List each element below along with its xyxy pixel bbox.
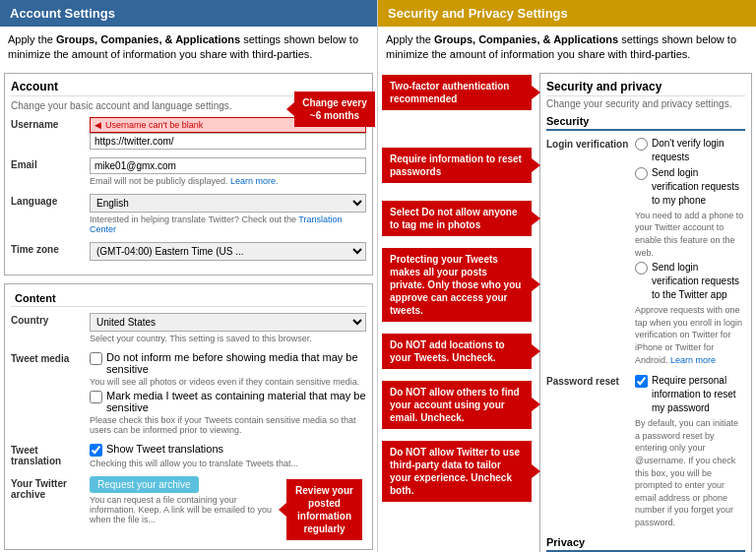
sp-box-subtitle: Change your security and privacy setting… <box>546 98 745 109</box>
request-archive-button[interactable]: Request your archive <box>90 476 199 493</box>
callout-review-text: Review your posted information regularly <box>295 485 353 534</box>
login-learn-more[interactable]: Learn more <box>670 355 716 365</box>
password-reset-cb-label: Require personal information to reset my… <box>652 374 745 415</box>
login-radio2-label: Send login verification requests to my p… <box>652 166 745 208</box>
callout-change-text: Change every ~6 months <box>302 97 367 121</box>
tweet-media-label: Tweet media <box>11 351 90 364</box>
tweet-translation-helper: Checking this will allow you to translat… <box>90 459 366 468</box>
callout-change-every: Change every ~6 months <box>294 92 375 127</box>
password-reset-helper: By default, you can initiate a password … <box>635 417 745 528</box>
translation-center-link[interactable]: Translation Center <box>90 215 342 234</box>
callout-no-third-party: Do NOT allow Twitter to use third-party … <box>382 441 532 502</box>
callout-protecting: Protecting your Tweets makes all your po… <box>382 248 532 322</box>
login-radio1-label: Don't verify login requests <box>652 137 745 164</box>
privacy-section-title: Privacy <box>546 536 745 552</box>
callout-review: Review your posted information regularly <box>286 479 362 540</box>
callout-no-location: Do NOT add locations to your Tweets. Unc… <box>382 334 532 369</box>
right-section-header: Security and Privacy Settings <box>378 0 756 27</box>
right-section-intro: Apply the Groups, Companies, & Applicati… <box>378 27 756 69</box>
left-section-header: Account Settings <box>0 0 377 27</box>
country-helper: Select your country. This setting is sav… <box>90 334 366 343</box>
callout-do-not-allow-text: Select Do not allow anyone to tag me in … <box>390 207 517 230</box>
username-label: Username <box>11 117 90 130</box>
callout-two-factor-text: Two-factor authentication recommended <box>390 81 509 104</box>
username-input[interactable] <box>90 133 366 150</box>
callout-do-not-allow: Select Do not allow anyone to tag me in … <box>382 201 532 236</box>
username-error-text: Username can't be blank <box>105 120 203 130</box>
language-select[interactable]: English <box>90 194 366 213</box>
callout-no-find-text: Do NOT allow others to find your account… <box>390 387 520 423</box>
login-helper3: Approve requests with one tap when you e… <box>635 304 745 366</box>
twitter-archive-helper: You can request a file containing your i… <box>90 495 279 524</box>
password-reset-cb[interactable] <box>635 375 648 388</box>
tweet-media-helper2: Please check this box if your Tweets con… <box>90 415 366 435</box>
security-section-title: Security <box>546 115 745 131</box>
tweet-media-cb2[interactable] <box>90 391 102 403</box>
language-helper: Interested in helping translate Twitter?… <box>90 215 366 234</box>
login-radio3[interactable] <box>635 262 648 275</box>
sp-box-title: Security and privacy <box>546 80 745 96</box>
tweet-media-cb1[interactable] <box>90 352 102 365</box>
country-select[interactable]: United States <box>90 313 366 332</box>
username-error-arrow: ◀ <box>94 120 101 130</box>
email-input[interactable] <box>90 157 366 174</box>
callout-two-factor: Two-factor authentication recommended <box>382 75 532 110</box>
callout-require-info-text: Require information to reset passwords <box>390 153 522 177</box>
language-label: Language <box>11 194 90 207</box>
timezone-select[interactable]: (GMT-04:00) Eastern Time (US ... <box>90 242 366 261</box>
tweet-translation-label: Tweet translation <box>11 443 90 466</box>
twitter-archive-label: Your Twitter archive <box>11 476 90 500</box>
email-helper: Email will not be publicly displayed. Le… <box>90 176 366 186</box>
login-radio1[interactable] <box>635 138 648 151</box>
tweet-media-label1: Do not inform me before showing media th… <box>106 351 366 375</box>
login-verification-label: Login verification <box>546 137 635 150</box>
callout-protecting-text: Protecting your Tweets makes all your po… <box>390 254 521 316</box>
email-learn-more-link[interactable]: Learn more. <box>230 176 279 186</box>
callout-no-find: Do NOT allow others to find your account… <box>382 381 532 429</box>
left-section-intro: Apply the Groups, Companies, & Applicati… <box>0 27 377 69</box>
tweet-translation-label-text: Show Tweet translations <box>106 443 223 455</box>
login-radio3-label: Send login verification requests to the … <box>652 261 745 302</box>
left-header-title: Account Settings <box>10 6 115 21</box>
country-label: Country <box>11 313 90 326</box>
right-header-title: Security and Privacy Settings <box>388 6 568 21</box>
callout-no-third-party-text: Do NOT allow Twitter to use third-party … <box>390 447 520 496</box>
callout-require-info: Require information to reset passwords <box>382 148 532 183</box>
content-section-title: Content <box>11 290 366 307</box>
tweet-translation-cb[interactable] <box>90 444 102 457</box>
password-reset-label: Password reset <box>546 374 635 387</box>
login-helper2: You need to add a phone to your Twitter … <box>635 210 745 259</box>
callout-no-location-text: Do NOT add locations to your Tweets. Unc… <box>390 339 505 363</box>
tweet-media-helper1: You will see all photos or videos even i… <box>90 377 366 387</box>
login-radio2[interactable] <box>635 167 648 180</box>
email-label: Email <box>11 157 90 170</box>
timezone-label: Time zone <box>11 242 90 255</box>
tweet-media-label2: Mark media I tweet as containing materia… <box>106 390 366 413</box>
